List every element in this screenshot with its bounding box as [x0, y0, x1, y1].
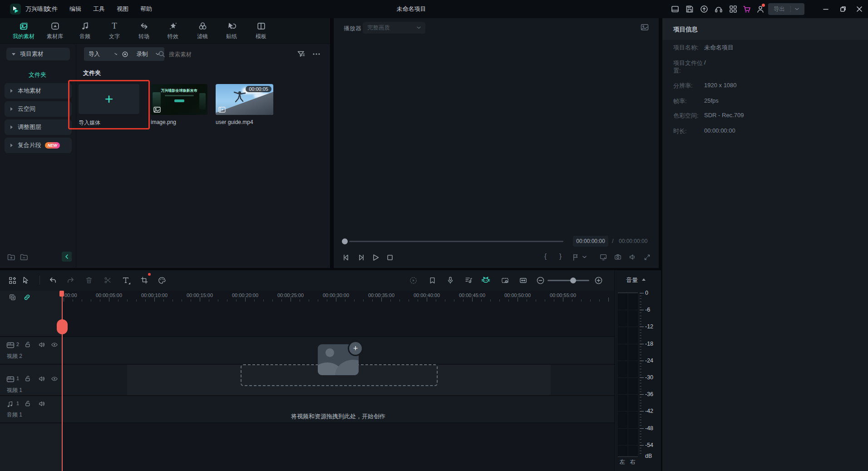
- tab-audio[interactable]: 音频: [69, 21, 101, 40]
- step-forward-button[interactable]: [355, 252, 366, 263]
- duration-badge: 00:00:05: [246, 86, 271, 92]
- playhead-line[interactable]: [62, 291, 63, 471]
- scrubber-track[interactable]: [349, 241, 563, 242]
- export-button[interactable]: 导出: [768, 3, 804, 15]
- record-button[interactable]: 录制: [117, 47, 164, 61]
- select-tool-icon[interactable]: [21, 275, 31, 285]
- zoom-slider-track[interactable]: [547, 280, 589, 281]
- media-item-label: image.png: [151, 119, 176, 125]
- sidebar-item-local-media[interactable]: 本地素材: [5, 83, 72, 99]
- voiceover-mic-icon[interactable]: [445, 275, 455, 285]
- zoom-out-icon[interactable]: [535, 275, 545, 285]
- color-palette-icon[interactable]: [157, 275, 167, 285]
- scrubber-handle[interactable]: [342, 238, 348, 244]
- account-icon[interactable]: [755, 3, 766, 15]
- more-options-icon[interactable]: [311, 49, 321, 59]
- sidebar-item-folder-selected[interactable]: 文件夹: [29, 71, 46, 79]
- tab-effects[interactable]: 特效: [157, 21, 189, 40]
- total-timecode: 00:00:00:00: [619, 238, 647, 244]
- step-back-button[interactable]: [341, 252, 352, 263]
- redo-button[interactable]: [65, 275, 75, 285]
- tab-transitions[interactable]: 转场: [128, 21, 160, 40]
- layout-icon[interactable]: [669, 3, 681, 15]
- field-label: 帧率:: [673, 97, 705, 105]
- fit-timeline-icon[interactable]: [518, 275, 528, 285]
- maximize-button[interactable]: [834, 0, 852, 18]
- search-input[interactable]: [168, 47, 252, 62]
- text-tool-icon[interactable]: [121, 275, 131, 285]
- meow-assistant-icon[interactable]: [481, 275, 491, 285]
- quality-dropdown[interactable]: 完整画质: [363, 22, 425, 34]
- eye-icon[interactable]: [51, 375, 58, 382]
- menu-view[interactable]: 视图: [111, 0, 134, 18]
- tab-my-media[interactable]: 我的素材: [8, 21, 39, 40]
- sidebar-item-project-media[interactable]: 项目素材: [6, 48, 70, 60]
- media-item-video[interactable]: 00:00:05: [216, 84, 273, 115]
- tab-stickers[interactable]: 贴纸: [216, 21, 247, 40]
- preview-background-icon[interactable]: [640, 23, 650, 32]
- sidebar-item-adjustment-layer[interactable]: 调整图层: [5, 119, 72, 135]
- field-value: 1920 x 1080: [704, 82, 737, 89]
- fullscreen-icon[interactable]: [642, 253, 651, 262]
- save-icon[interactable]: [684, 3, 695, 15]
- mark-out-icon[interactable]: }: [559, 252, 562, 260]
- cart-icon[interactable]: [741, 3, 753, 15]
- speaker-icon[interactable]: [38, 375, 45, 382]
- zoom-in-icon[interactable]: [593, 275, 603, 285]
- link-clips-icon[interactable]: [22, 293, 32, 302]
- timeline-ruler[interactable]: 00:0000:00:05:0000:00:10:0000:00:15:0000…: [62, 291, 614, 302]
- media-item-image[interactable]: 万兴喵影全球焕新发布: [151, 84, 207, 115]
- snapshot-camera-icon[interactable]: [613, 253, 622, 262]
- add-media-plus-badge[interactable]: +: [348, 341, 363, 356]
- secondary-display-icon[interactable]: [599, 253, 608, 262]
- thumb-glow-right: [199, 93, 206, 109]
- eye-icon[interactable]: [51, 341, 58, 348]
- audio-mixer-icon[interactable]: [464, 275, 473, 285]
- menu-edit[interactable]: 编辑: [64, 0, 87, 18]
- filter-icon[interactable]: [296, 49, 306, 59]
- playhead-handle[interactable]: [57, 319, 68, 334]
- copy-clip-icon[interactable]: [7, 293, 17, 302]
- lock-icon[interactable]: [25, 375, 31, 382]
- marker-flag-icon[interactable]: [571, 253, 580, 262]
- support-headset-icon[interactable]: [713, 3, 725, 15]
- field-value: SDR - Rec.709: [704, 112, 744, 119]
- lock-icon[interactable]: [25, 400, 31, 407]
- speaker-icon[interactable]: [38, 400, 45, 407]
- lock-icon[interactable]: [25, 341, 31, 348]
- marker-bookmark-icon[interactable]: [427, 275, 437, 285]
- mute-speaker-icon[interactable]: [628, 253, 637, 262]
- render-preview-icon[interactable]: [408, 275, 418, 285]
- play-button[interactable]: [370, 252, 381, 263]
- split-scissors-icon[interactable]: [103, 275, 113, 285]
- upload-icon[interactable]: [698, 3, 710, 15]
- project-title: 未命名项目: [397, 0, 426, 18]
- speaker-icon[interactable]: [38, 341, 45, 348]
- new-folder-icon[interactable]: [6, 253, 16, 262]
- close-button[interactable]: [851, 0, 868, 18]
- collapse-sidebar-button[interactable]: [62, 252, 72, 262]
- chevron-right-icon: [10, 144, 13, 147]
- tab-templates[interactable]: 模板: [245, 21, 277, 40]
- tab-library[interactable]: 素材库: [39, 21, 71, 40]
- crop-tool-icon[interactable]: [139, 275, 149, 285]
- delete-folder-icon[interactable]: [19, 253, 29, 262]
- tab-text[interactable]: T 文字: [99, 21, 130, 40]
- timeline-body: 00:0000:00:05:0000:00:10:0000:00:15:0000…: [0, 291, 614, 471]
- zoom-slider-handle[interactable]: [570, 278, 576, 283]
- menu-help[interactable]: 帮助: [134, 0, 158, 18]
- sidebar-item-compound-clip[interactable]: 复合片段 NEW: [5, 138, 72, 153]
- stop-button[interactable]: [385, 252, 395, 263]
- minimize-button[interactable]: [817, 0, 834, 18]
- delete-button[interactable]: [84, 275, 94, 285]
- track-preview-icon[interactable]: [500, 275, 510, 285]
- apps-grid-icon[interactable]: [727, 3, 739, 15]
- undo-button[interactable]: [48, 275, 58, 285]
- manage-tracks-icon[interactable]: [7, 275, 17, 285]
- sidebar-item-cloud[interactable]: 云空间: [5, 101, 72, 117]
- marker-chevron-icon[interactable]: [582, 256, 587, 258]
- tab-filters[interactable]: 滤镜: [187, 21, 218, 40]
- menu-tools[interactable]: 工具: [87, 0, 111, 18]
- mark-in-icon[interactable]: {: [544, 252, 547, 260]
- menu-file[interactable]: 文件: [40, 0, 64, 18]
